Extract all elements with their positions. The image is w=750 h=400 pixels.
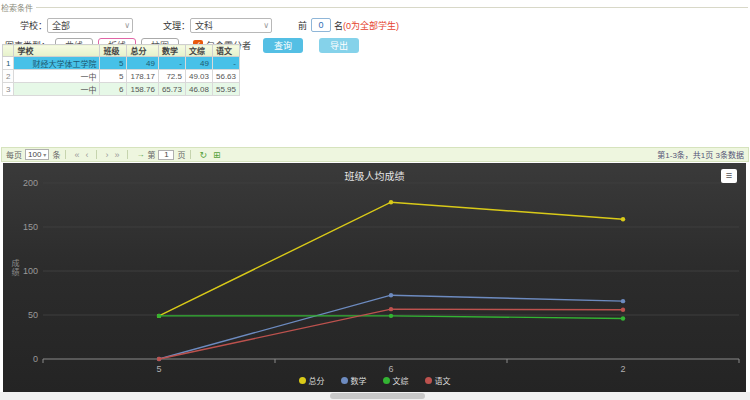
column-header[interactable]: 班级 bbox=[100, 45, 127, 57]
horizontal-scrollbar[interactable] bbox=[0, 392, 750, 400]
chart-menu-icon[interactable]: ≡ bbox=[721, 169, 737, 183]
page-prefix: 第 bbox=[147, 149, 155, 160]
top-n-hint: (0为全部学生) bbox=[343, 19, 399, 32]
svg-text:6: 6 bbox=[388, 364, 393, 374]
table-cell: 5 bbox=[100, 57, 127, 70]
legend-item[interactable]: 文综 bbox=[383, 375, 409, 386]
svg-text:5: 5 bbox=[156, 364, 161, 374]
table-cell: 46.08 bbox=[185, 83, 212, 96]
per-page-label: 每页 bbox=[6, 149, 22, 160]
table-row[interactable]: 2一中5178.1772.549.0356.63 bbox=[3, 70, 240, 83]
legend-item[interactable]: 总分 bbox=[299, 375, 325, 386]
column-header[interactable]: 语文 bbox=[212, 45, 239, 57]
chevron-down-icon: ▾ bbox=[43, 151, 46, 158]
table-cell: 178.17 bbox=[127, 70, 158, 83]
legend-label: 语文 bbox=[435, 375, 451, 386]
per-page-value: 100 bbox=[28, 150, 41, 159]
school-select[interactable]: 全部 ∨ bbox=[47, 18, 133, 33]
page-number-input[interactable] bbox=[158, 150, 174, 160]
column-header[interactable]: 总分 bbox=[127, 45, 158, 57]
next-page-icon[interactable]: › bbox=[105, 150, 108, 160]
per-page-suffix: 条 bbox=[52, 149, 60, 160]
table-row[interactable]: 3一中6158.7665.7346.0855.95 bbox=[3, 83, 240, 96]
table-cell: 5 bbox=[100, 70, 127, 83]
table-cell: 72.5 bbox=[158, 70, 185, 83]
table-cell: 65.73 bbox=[158, 83, 185, 96]
legend-item[interactable]: 数学 bbox=[341, 375, 367, 386]
table-cell: 财经大学体工学院 bbox=[14, 57, 100, 70]
legend-marker-icon bbox=[383, 377, 390, 384]
legend-divider bbox=[36, 7, 748, 8]
subject-select-value: 文科 bbox=[195, 19, 213, 32]
results-grid: 学校班级总分数学文综语文 1财经大学体工学院549-49-2一中5178.177… bbox=[2, 44, 240, 96]
table-cell: 6 bbox=[100, 83, 127, 96]
table-row[interactable]: 1财经大学体工学院549-49- bbox=[3, 57, 240, 70]
svg-text:0: 0 bbox=[33, 354, 38, 364]
goto-page-icon[interactable]: → bbox=[136, 150, 144, 159]
column-header[interactable]: 文综 bbox=[185, 45, 212, 57]
chart-title: 班级人均成绩 bbox=[3, 168, 746, 183]
row-number-cell: 2 bbox=[3, 70, 14, 83]
row-number-cell: 3 bbox=[3, 83, 14, 96]
top-n-label: 前 bbox=[298, 19, 307, 32]
table-cell: 56.63 bbox=[212, 70, 239, 83]
pager-summary: 第1-3条，共1页 3条数据 bbox=[657, 149, 744, 160]
pager-divider bbox=[127, 150, 128, 159]
table-cell: 49.03 bbox=[185, 70, 212, 83]
subject-select[interactable]: 文科 ∨ bbox=[190, 18, 272, 33]
legend-label: 数学 bbox=[351, 375, 367, 386]
results-table: 学校班级总分数学文综语文 1财经大学体工学院549-49-2一中5178.177… bbox=[2, 44, 240, 96]
subject-label: 文理： bbox=[163, 19, 190, 32]
svg-text:2: 2 bbox=[620, 364, 625, 374]
legend-marker-icon bbox=[299, 377, 306, 384]
pager-bar: 每页 100 ▾ 条 « ‹ › » → 第 页 ↻ ⊞ 第1-3条，共1页 3… bbox=[1, 147, 749, 162]
top-n-input[interactable] bbox=[311, 18, 331, 32]
filter-row: 学校： 全部 ∨ 文理： 文科 ∨ 前 名 (0为全部学生) bbox=[0, 17, 750, 33]
prev-page-icon[interactable]: ‹ bbox=[85, 150, 88, 160]
scrollbar-thumb[interactable] bbox=[330, 393, 425, 399]
first-page-icon[interactable]: « bbox=[74, 150, 79, 160]
table-cell: 49 bbox=[185, 57, 212, 70]
legend-label: 文综 bbox=[393, 375, 409, 386]
pager-divider bbox=[96, 150, 97, 159]
row-number-cell: 1 bbox=[3, 57, 14, 70]
table-cell: 158.76 bbox=[127, 83, 158, 96]
line-chart-svg: 050100150200562 bbox=[3, 163, 746, 392]
chevron-down-icon: ∨ bbox=[263, 21, 269, 30]
last-page-icon[interactable]: » bbox=[114, 150, 119, 160]
legend-label: 总分 bbox=[309, 375, 325, 386]
panel-legend: 检索条件 bbox=[0, 0, 750, 13]
page: 检索条件 学校： 全部 ∨ 文理： 文科 ∨ 前 名 (0为全部学生) 图表类型… bbox=[0, 0, 750, 400]
column-header[interactable]: 数学 bbox=[158, 45, 185, 57]
top-n-suffix: 名 bbox=[334, 19, 343, 32]
expand-icon[interactable]: ⊞ bbox=[213, 150, 221, 160]
table-cell: - bbox=[158, 57, 185, 70]
per-page-select[interactable]: 100 ▾ bbox=[25, 149, 49, 160]
table-cell: 55.95 bbox=[212, 83, 239, 96]
export-button[interactable]: 导出 bbox=[319, 38, 359, 53]
chart-panel: 班级人均成绩 ≡ 成绩 050100150200562 总分数学文综语文 bbox=[3, 163, 746, 392]
legend-marker-icon bbox=[341, 377, 348, 384]
panel-legend-label: 检索条件 bbox=[1, 2, 33, 13]
svg-text:50: 50 bbox=[28, 310, 38, 320]
chevron-down-icon: ∨ bbox=[124, 21, 130, 30]
legend-marker-icon bbox=[425, 377, 432, 384]
pager-divider bbox=[190, 150, 191, 159]
table-cell: - bbox=[212, 57, 239, 70]
table-cell: 49 bbox=[127, 57, 158, 70]
row-number-header bbox=[3, 45, 14, 57]
school-label: 学校： bbox=[20, 19, 47, 32]
table-cell: 一中 bbox=[14, 83, 100, 96]
refresh-icon[interactable]: ↻ bbox=[199, 150, 207, 160]
legend-item[interactable]: 语文 bbox=[425, 375, 451, 386]
chart-legend: 总分数学文综语文 bbox=[3, 375, 746, 386]
school-select-value: 全部 bbox=[52, 19, 70, 32]
query-button[interactable]: 查询 bbox=[263, 38, 303, 53]
svg-text:100: 100 bbox=[23, 266, 38, 276]
page-suffix: 页 bbox=[177, 149, 185, 160]
column-header[interactable]: 学校 bbox=[14, 45, 100, 57]
y-axis-title: 成绩 bbox=[9, 259, 20, 277]
svg-text:150: 150 bbox=[23, 222, 38, 232]
table-cell: 一中 bbox=[14, 70, 100, 83]
table-header: 学校班级总分数学文综语文 bbox=[3, 45, 240, 57]
